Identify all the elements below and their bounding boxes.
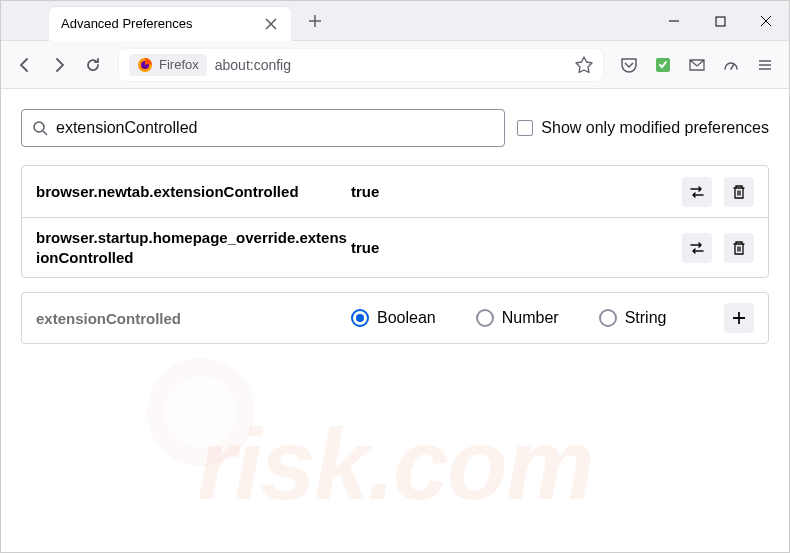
close-tab-button[interactable] <box>263 16 279 32</box>
pref-actions <box>682 177 754 207</box>
bookmark-button[interactable] <box>575 56 593 74</box>
new-tab-button[interactable] <box>301 7 329 35</box>
svg-point-6 <box>165 376 237 448</box>
hamburger-icon <box>757 57 773 73</box>
add-button[interactable] <box>724 303 754 333</box>
maximize-icon <box>715 16 726 27</box>
arrow-right-icon <box>51 57 67 73</box>
svg-point-5 <box>147 358 255 466</box>
menu-button[interactable] <box>749 49 781 81</box>
close-icon <box>760 15 772 27</box>
close-window-button[interactable] <box>743 1 789 41</box>
checkbox-icon <box>517 120 533 136</box>
svg-point-4 <box>34 122 44 132</box>
checkbox-label: Show only modified preferences <box>541 119 769 137</box>
brand-label: Firefox <box>159 57 199 72</box>
radio-label: String <box>625 309 667 327</box>
trash-icon <box>731 184 747 200</box>
pref-actions <box>682 233 754 263</box>
pref-value: true <box>351 239 682 256</box>
search-input[interactable] <box>56 119 494 137</box>
back-button[interactable] <box>9 49 41 81</box>
radio-boolean[interactable]: Boolean <box>351 309 436 327</box>
new-pref-row: extensionControlled Boolean Number Strin… <box>21 292 769 344</box>
trash-icon <box>731 240 747 256</box>
pref-value: true <box>351 183 682 200</box>
new-pref-name: extensionControlled <box>36 310 351 327</box>
radio-icon <box>599 309 617 327</box>
close-icon <box>265 18 277 30</box>
plus-icon <box>731 310 747 326</box>
forward-button[interactable] <box>43 49 75 81</box>
watermark-text: risk.com <box>197 407 592 522</box>
identity-box[interactable]: Firefox <box>129 54 207 76</box>
extension-icon <box>654 56 672 74</box>
pref-list: browser.newtab.extensionControlled true … <box>21 165 769 278</box>
delete-button[interactable] <box>724 233 754 263</box>
gauge-icon <box>722 56 740 74</box>
svg-rect-0 <box>716 17 725 26</box>
active-tab[interactable]: Advanced Preferences <box>49 7 291 41</box>
radio-label: Boolean <box>377 309 436 327</box>
toggle-icon <box>688 183 706 201</box>
minimize-button[interactable] <box>651 1 697 41</box>
search-box[interactable] <box>21 109 505 147</box>
watermark-logo <box>141 352 261 472</box>
extension-button[interactable] <box>647 49 679 81</box>
radio-icon <box>476 309 494 327</box>
search-row: Show only modified preferences <box>21 109 769 147</box>
url-text: about:config <box>215 57 567 73</box>
radio-number[interactable]: Number <box>476 309 559 327</box>
maximize-button[interactable] <box>697 1 743 41</box>
show-modified-checkbox[interactable]: Show only modified preferences <box>517 119 769 137</box>
titlebar: Advanced Preferences <box>1 1 789 41</box>
radio-icon <box>351 309 369 327</box>
pref-row: browser.newtab.extensionControlled true <box>22 166 768 218</box>
minimize-icon <box>668 15 680 27</box>
account-button[interactable] <box>681 49 713 81</box>
content-area: Show only modified preferences browser.n… <box>1 89 789 364</box>
url-bar[interactable]: Firefox about:config <box>119 49 603 81</box>
plus-icon <box>308 14 322 28</box>
delete-button[interactable] <box>724 177 754 207</box>
pref-row: browser.startup.homepage_override.extens… <box>22 218 768 277</box>
toggle-button[interactable] <box>682 177 712 207</box>
mail-icon <box>688 56 706 74</box>
toolbar: Firefox about:config <box>1 41 789 89</box>
radio-string[interactable]: String <box>599 309 667 327</box>
reload-icon <box>85 57 101 73</box>
window-controls <box>651 1 789 41</box>
pref-name: browser.startup.homepage_override.extens… <box>36 228 351 267</box>
tab-title: Advanced Preferences <box>61 16 193 31</box>
star-icon <box>575 56 593 74</box>
toggle-button[interactable] <box>682 233 712 263</box>
reload-button[interactable] <box>77 49 109 81</box>
toggle-icon <box>688 239 706 257</box>
downloads-button[interactable] <box>715 49 747 81</box>
radio-label: Number <box>502 309 559 327</box>
pocket-icon <box>620 56 638 74</box>
arrow-left-icon <box>17 57 33 73</box>
firefox-icon <box>137 57 153 73</box>
type-radio-group: Boolean Number String <box>351 309 724 327</box>
pref-name: browser.newtab.extensionControlled <box>36 182 351 202</box>
pocket-button[interactable] <box>613 49 645 81</box>
search-icon <box>32 120 48 136</box>
